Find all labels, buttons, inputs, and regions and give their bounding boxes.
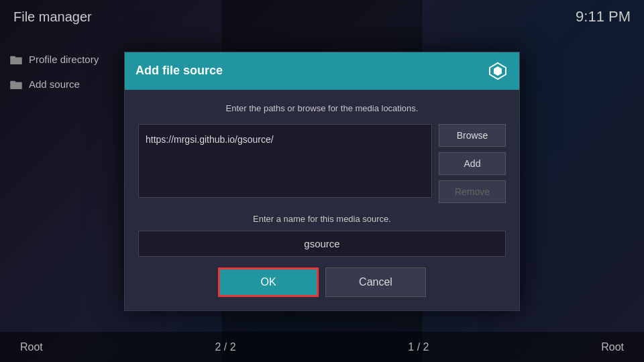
remove-button[interactable]: Remove bbox=[439, 180, 506, 203]
dialog-title: Add file source bbox=[136, 64, 223, 78]
add-file-source-dialog: Add file source Enter the paths or brows… bbox=[124, 52, 520, 311]
add-button[interactable]: Add bbox=[439, 152, 506, 175]
cancel-button[interactable]: Cancel bbox=[325, 267, 426, 297]
source-row: https://mrgsi.github.io/gsource/ Browse … bbox=[138, 124, 506, 203]
dialog-subtitle: Enter the paths or browse for the media … bbox=[138, 103, 506, 113]
source-input-area[interactable]: https://mrgsi.github.io/gsource/ bbox=[138, 124, 432, 198]
source-buttons: Browse Add Remove bbox=[439, 124, 506, 203]
name-label: Enter a name for this media source. bbox=[138, 214, 506, 224]
ok-button[interactable]: OK bbox=[218, 267, 319, 297]
kodi-logo-icon bbox=[487, 60, 508, 82]
browse-button[interactable]: Browse bbox=[439, 124, 506, 147]
dialog-actions: OK Cancel bbox=[138, 267, 506, 297]
dialog-header: Add file source bbox=[125, 52, 519, 90]
dialog-overlay: Add file source Enter the paths or brows… bbox=[0, 0, 644, 362]
source-entry: https://mrgsi.github.io/gsource/ bbox=[146, 131, 425, 147]
name-input[interactable] bbox=[138, 231, 506, 257]
dialog-body: Enter the paths or browse for the media … bbox=[125, 90, 519, 310]
